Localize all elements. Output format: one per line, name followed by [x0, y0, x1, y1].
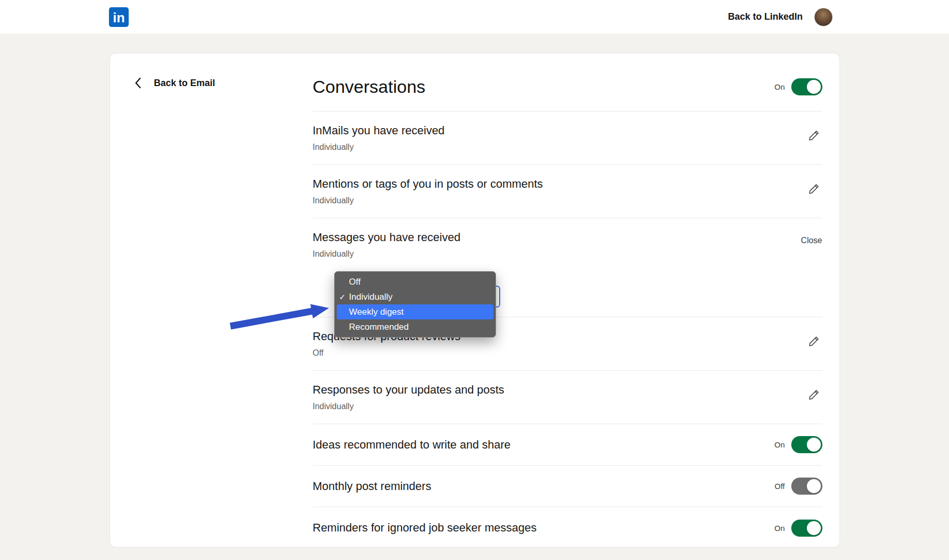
row-text: Messages you have received Individually	[313, 231, 461, 259]
row-title: Reminders for ignored job seeker message…	[313, 521, 537, 535]
edit-button[interactable]	[806, 333, 822, 351]
notification-row: Reminders for ignored job seeker message…	[313, 507, 822, 547]
toggle-knob	[807, 80, 821, 94]
row-subtitle: Individually	[313, 195, 543, 205]
row-title: Monthly post reminders	[313, 480, 432, 493]
dropdown-option-individually[interactable]: ✓ Individually	[335, 289, 496, 304]
pencil-icon	[808, 341, 820, 349]
toggle-state-label: Off	[775, 482, 785, 491]
global-header: in Back to LinkedIn	[0, 0, 949, 34]
user-avatar[interactable]	[814, 8, 833, 26]
linkedin-logo-icon[interactable]: in	[109, 7, 129, 27]
row-title: Mentions or tags of you in posts or comm…	[313, 177, 543, 191]
dropdown-option-off[interactable]: Off	[335, 274, 496, 289]
pencil-icon	[808, 395, 820, 402]
row-title: Ideas recommended to write and share	[313, 438, 511, 452]
toggle-knob	[807, 479, 821, 493]
toggle-state-label: On	[774, 440, 785, 449]
row-subtitle: Individually	[313, 249, 461, 259]
row-text: Mentions or tags of you in posts or comm…	[313, 177, 543, 205]
row-subtitle: Individually	[313, 142, 445, 152]
notification-row: Mentions or tags of you in posts or comm…	[313, 165, 822, 218]
row-title: InMails you have received	[313, 124, 445, 137]
master-toggle[interactable]	[791, 78, 822, 95]
ideas-toggle[interactable]	[791, 436, 822, 453]
row-toggle-group: On	[774, 436, 822, 453]
page-background: Back to Email Conversations On InMails y…	[0, 34, 949, 547]
edit-button[interactable]	[806, 127, 822, 145]
row-subtitle: Off	[313, 348, 461, 358]
back-to-linkedin-link[interactable]: Back to LinkedIn	[728, 11, 803, 22]
job-seeker-reminders-toggle[interactable]	[791, 520, 822, 537]
notification-row-expanded: Messages you have received Individually …	[313, 218, 822, 317]
row-title: Messages you have received	[313, 231, 461, 244]
row-title: Responses to your updates and posts	[313, 383, 504, 397]
pencil-icon	[808, 135, 820, 143]
toggle-state-label: On	[774, 524, 785, 533]
notification-row: InMails you have received Individually	[313, 111, 822, 165]
dropdown-option-weekly-digest[interactable]: Weekly digest	[337, 304, 493, 319]
frequency-select[interactable]: Off ✓ Individually Weekly digest Recomme…	[334, 286, 500, 307]
edit-button[interactable]	[806, 386, 822, 404]
row-text: InMails you have received Individually	[313, 124, 445, 152]
notification-row: Ideas recommended to write and share On	[313, 424, 822, 466]
edit-button[interactable]	[806, 180, 822, 199]
master-toggle-group: On	[774, 78, 822, 95]
monthly-reminders-toggle[interactable]	[791, 478, 822, 495]
master-toggle-label: On	[774, 82, 785, 91]
chevron-left-icon	[134, 76, 143, 90]
frequency-dropdown-menu: Off ✓ Individually Weekly digest Recomme…	[334, 271, 496, 338]
page-title: Conversations	[313, 77, 425, 97]
main-column: Conversations On InMails you have receiv…	[313, 53, 840, 547]
dropdown-option-recommended[interactable]: Recommended	[335, 319, 496, 334]
row-text: Responses to your updates and posts Indi…	[313, 383, 504, 411]
close-button[interactable]: Close	[801, 236, 822, 245]
section-header: Conversations On	[313, 53, 822, 111]
row-toggle-group: On	[774, 520, 822, 537]
left-column: Back to Email	[110, 53, 313, 547]
settings-card: Back to Email Conversations On InMails y…	[110, 53, 840, 547]
row-toggle-group: Off	[775, 478, 822, 495]
back-to-email-button[interactable]: Back to Email	[134, 76, 313, 90]
toggle-knob	[807, 438, 821, 452]
back-to-email-label: Back to Email	[154, 78, 215, 89]
pencil-icon	[808, 189, 820, 197]
toggle-knob	[807, 521, 821, 535]
notification-row: Responses to your updates and posts Indi…	[313, 371, 822, 424]
notification-row: Monthly post reminders Off	[313, 466, 822, 507]
checkmark-icon: ✓	[339, 289, 346, 304]
row-subtitle: Individually	[313, 401, 504, 411]
